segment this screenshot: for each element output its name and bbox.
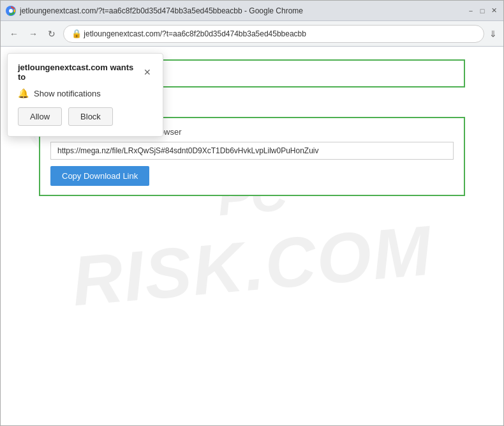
popup-title: jetloungenextcast.com wants to <box>18 63 142 82</box>
show-notifications-label: Show notifications <box>34 89 101 98</box>
chrome-icon <box>6 6 16 16</box>
popup-buttons: Allow Block <box>18 107 152 126</box>
popup-close-button[interactable]: ✕ <box>142 67 152 77</box>
address-text: jetloungenextcast.com/?t=aa6c8f2b0d35d47… <box>84 29 306 38</box>
title-bar: jetloungenextcast.com/?t=aa6c8f2b0d35d47… <box>1 1 503 21</box>
download-arrow-icon[interactable]: ⇓ <box>489 29 497 39</box>
url-input[interactable] <box>50 142 454 160</box>
restore-button[interactable]: □ <box>478 6 487 15</box>
block-button[interactable]: Block <box>68 107 113 126</box>
title-bar-controls: − □ ✕ <box>466 6 498 15</box>
close-button[interactable]: ✕ <box>489 6 498 15</box>
browser-title: jetloungenextcast.com/?t=aa6c8f2b0d35d47… <box>20 6 303 15</box>
popup-notification-row: 🔔 Show notifications <box>18 88 152 98</box>
address-bar-container[interactable]: 🔒 jetloungenextcast.com/?t=aa6c8f2b0d35d… <box>63 25 484 43</box>
browser-window: jetloungenextcast.com/?t=aa6c8f2b0d35d47… <box>0 0 504 426</box>
back-icon[interactable]: ← <box>7 26 21 42</box>
title-bar-left: jetloungenextcast.com/?t=aa6c8f2b0d35d47… <box>6 6 303 16</box>
notification-popup: jetloungenextcast.com wants to ✕ 🔔 Show … <box>7 53 163 137</box>
svg-point-1 <box>9 9 13 13</box>
page-content: 🔍 PC RISK.COM ...tting ready... ord is: … <box>1 47 503 425</box>
minimize-button[interactable]: − <box>466 6 475 15</box>
forward-icon[interactable]: → <box>26 26 40 42</box>
reload-icon[interactable]: ↻ <box>45 26 58 42</box>
allow-button[interactable]: Allow <box>18 107 62 126</box>
address-bar-area: ← → ↻ 🔒 jetloungenextcast.com/?t=aa6c8f2… <box>1 21 503 47</box>
bell-icon: 🔔 <box>18 88 29 98</box>
popup-header: jetloungenextcast.com wants to ✕ <box>18 63 152 82</box>
copy-download-link-button[interactable]: Copy Download Link <box>50 166 149 186</box>
security-icon: 🔒 <box>71 29 82 38</box>
